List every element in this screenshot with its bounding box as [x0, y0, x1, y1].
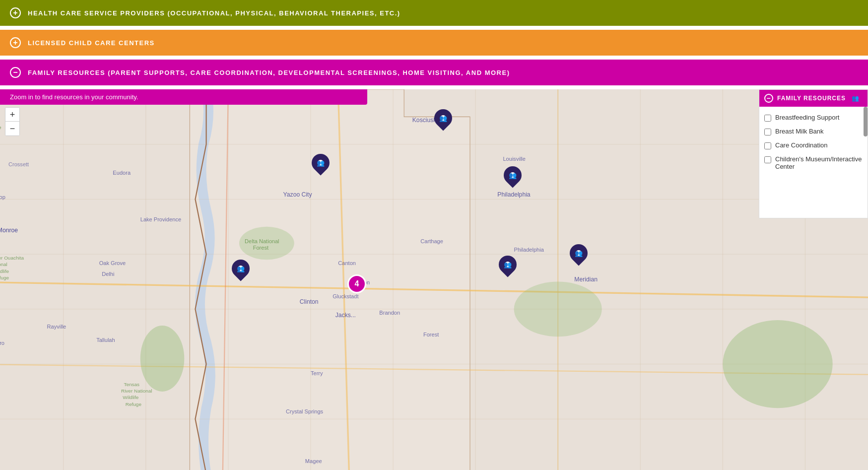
svg-text:Eudora: Eudora: [113, 170, 131, 176]
accordion-icon-family-resources: −: [10, 67, 21, 78]
checkbox-care-coordination[interactable]: [764, 142, 771, 149]
sidebar-collapse-icon[interactable]: −: [764, 94, 773, 103]
pin-body: 👥: [566, 241, 592, 266]
svg-text:Yazoo City: Yazoo City: [283, 191, 313, 198]
pin-people-icon: 👥: [436, 111, 450, 125]
label-breast-milk-bank: Breast Milk Bank: [775, 128, 824, 135]
svg-text:Winnsboro: Winnsboro: [0, 340, 4, 346]
svg-text:Refuge: Refuge: [126, 402, 142, 407]
svg-text:Forest: Forest: [423, 332, 439, 337]
label-care-coordination: Care Coordination: [775, 141, 828, 149]
map-pin-pin4[interactable]: 👥: [232, 260, 250, 281]
pin-body: 👥: [500, 163, 526, 188]
svg-text:Louisville: Louisville: [503, 156, 526, 162]
pin-people-icon: 👥: [572, 246, 586, 260]
svg-text:Clinton: Clinton: [300, 298, 319, 305]
svg-text:Crossett: Crossett: [8, 161, 29, 167]
zoom-banner: Zoom in to find resources in your commun…: [0, 89, 367, 105]
svg-text:Upper Ouachita: Upper Ouachita: [0, 255, 24, 261]
svg-text:Tensas: Tensas: [124, 382, 140, 387]
accordion-icon-health-care: +: [10, 7, 21, 18]
svg-text:Refuge: Refuge: [0, 275, 9, 280]
svg-text:Monroe: Monroe: [0, 227, 18, 234]
map-pin-pin2[interactable]: 👥: [312, 154, 330, 176]
sidebar-header[interactable]: − FAMILY RESOURCES 👥: [759, 90, 868, 107]
svg-text:Carthage: Carthage: [420, 238, 443, 244]
sidebar-panel: − FAMILY RESOURCES 👥 Breastfeeding Suppo…: [759, 89, 868, 218]
pin-body: 👥: [308, 150, 334, 176]
sidebar-item-childrens-museum: Children's Museum/Interactive Center: [759, 152, 868, 173]
accordion-title-child-care: LICENSED CHILD CARE CENTERS: [28, 39, 155, 47]
scrollbar-thumb[interactable]: [864, 107, 868, 136]
accordion-bar-child-care[interactable]: + LICENSED CHILD CARE CENTERS: [0, 30, 868, 56]
svg-text:Wildlife: Wildlife: [123, 395, 139, 400]
sidebar-item-breast-milk-bank: Breast Milk Bank: [759, 125, 868, 138]
checkbox-childrens-museum[interactable]: [764, 156, 771, 163]
pin-people-icon: 👥: [506, 168, 520, 182]
svg-text:Bastrop: Bastrop: [0, 194, 5, 200]
svg-text:Jacks...: Jacks...: [335, 312, 356, 319]
pin-body: 👥: [495, 252, 521, 277]
svg-text:Forest: Forest: [253, 245, 268, 251]
sidebar-people-icon: 👥: [852, 95, 860, 102]
checkbox-breast-milk-bank[interactable]: [764, 129, 771, 135]
svg-text:Philadelphia: Philadelphia: [514, 247, 544, 253]
svg-point-6: [140, 326, 185, 392]
svg-text:Brandon: Brandon: [379, 310, 400, 316]
svg-text:Terry: Terry: [311, 370, 323, 376]
svg-text:Delhi: Delhi: [102, 271, 114, 277]
map-pin-pin7[interactable]: 👥: [570, 244, 588, 266]
map-container: Monroe Bastrop Delhi Yazoo City Kosciusk…: [0, 89, 868, 470]
svg-text:Wildlife: Wildlife: [0, 269, 9, 274]
svg-text:Crystal Springs: Crystal Springs: [286, 408, 323, 414]
label-breastfeeding-support: Breastfeeding Support: [775, 114, 839, 121]
zoom-out-button[interactable]: −: [5, 122, 19, 135]
svg-text:Philadelphia: Philadelphia: [497, 191, 530, 198]
svg-text:Meridian: Meridian: [574, 276, 598, 283]
svg-text:Delta National: Delta National: [245, 238, 279, 244]
pin-body: 👥: [431, 106, 456, 131]
map-pin-pin1[interactable]: 👥: [434, 109, 452, 131]
pin-people-icon: 👥: [314, 156, 328, 170]
svg-text:Oak Grove: Oak Grove: [99, 260, 126, 266]
svg-text:Canton: Canton: [338, 260, 356, 266]
sidebar-item-care-coordination: Care Coordination: [759, 138, 868, 152]
map-cluster-pin5[interactable]: 4: [347, 274, 366, 293]
svg-text:Gluckstadt: Gluckstadt: [333, 293, 358, 299]
sidebar-list: Breastfeeding Support Breast Milk Bank C…: [759, 107, 868, 218]
checkbox-breastfeeding-support[interactable]: [764, 115, 771, 122]
svg-text:Magee: Magee: [305, 458, 322, 464]
accordion-bar-health-care[interactable]: + HEALTH CARE SERVICE PROVIDERS (OCCUPAT…: [0, 0, 868, 26]
accordion-title-health-care: HEALTH CARE SERVICE PROVIDERS (OCCUPATIO…: [28, 9, 401, 17]
accordion-bar-family-resources[interactable]: − FAMILY RESOURCES (PARENT SUPPORTS, CAR…: [0, 60, 868, 85]
pin-people-icon: 👥: [234, 262, 248, 275]
svg-text:Tallulah: Tallulah: [96, 337, 115, 343]
svg-point-8: [514, 282, 602, 337]
label-childrens-museum: Children's Museum/Interactive Center: [775, 155, 863, 170]
sidebar-item-breastfeeding-support: Breastfeeding Support: [759, 111, 868, 125]
pin-people-icon: 👥: [501, 258, 515, 271]
zoom-controls[interactable]: + −: [5, 107, 20, 136]
accordion-title-family-resources: FAMILY RESOURCES (PARENT SUPPORTS, CARE …: [28, 69, 510, 76]
sidebar-header-label: FAMILY RESOURCES: [777, 95, 846, 102]
svg-text:Refuge: Refuge: [0, 125, 1, 130]
svg-point-9: [723, 320, 832, 408]
map-pin-pin6[interactable]: 👥: [499, 256, 517, 277]
svg-text:River National: River National: [121, 388, 152, 394]
map-pin-pin3[interactable]: 👥: [504, 166, 522, 188]
svg-text:Lake Providence: Lake Providence: [140, 216, 181, 222]
pin-body: 👥: [228, 256, 254, 281]
svg-text:Rayville: Rayville: [47, 324, 67, 330]
svg-text:National: National: [0, 262, 7, 268]
accordion-icon-child-care: +: [10, 37, 21, 48]
zoom-in-button[interactable]: +: [5, 108, 19, 122]
